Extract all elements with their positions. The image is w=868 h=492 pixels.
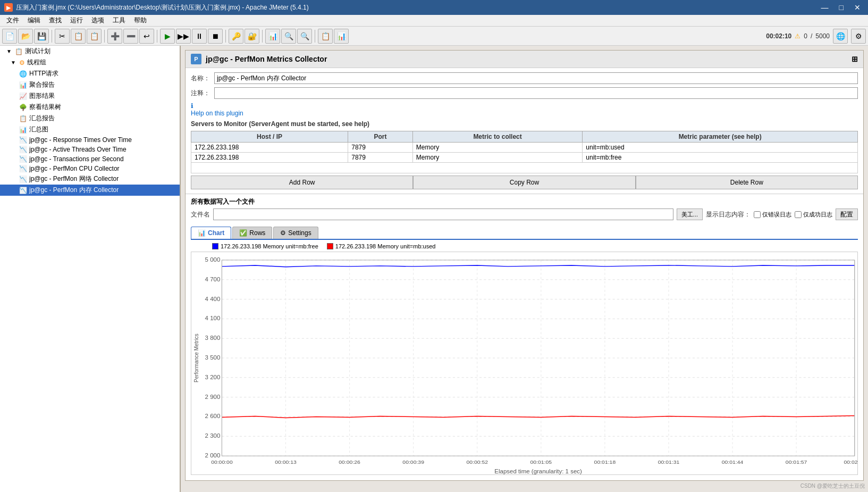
tree-item-perfmon-memory[interactable]: 📉 jp@gc - PerfMon 内存 Collector [0, 185, 180, 196]
table-row[interactable]: 172.26.233.198 7879 Memory unit=mb:free [191, 153, 858, 163]
tree-item-test-plan[interactable]: ▼ 📋 测试计划 [0, 46, 180, 57]
toolbar-extra-1[interactable]: 🌐 [833, 29, 848, 44]
tree-item-active-threads[interactable]: 📉 jp@gc - Active Threads Over Time [0, 145, 180, 154]
minimize-button[interactable]: — [818, 3, 832, 12]
toolbar-paste[interactable]: 📋 [87, 29, 102, 44]
error-log-checkbox[interactable] [754, 211, 761, 218]
tab-settings[interactable]: ⚙ Settings [273, 227, 318, 239]
content-area: P jp@gc - PerfMon Metrics Collector ⊞ 名称… [181, 46, 868, 492]
menu-search[interactable]: 查找 [45, 15, 66, 26]
legend-label-free: 172.26.233.198 Memory unit=mb:free [221, 243, 318, 249]
cell-host-1[interactable]: 172.26.233.198 [191, 143, 348, 153]
cell-port-1[interactable]: 7879 [348, 143, 413, 153]
toolbar-pause[interactable]: ⏸ [192, 29, 207, 44]
table-row[interactable]: 172.26.233.198 7879 Memory unit=mb:used [191, 143, 858, 153]
toolbar-add[interactable]: ➕ [107, 29, 122, 44]
help-link[interactable]: Help on this plugin [191, 110, 858, 117]
tree-label-view: 图形结果 [29, 91, 55, 101]
tree-toggle-thread[interactable]: ▼ [11, 60, 16, 65]
tree-item-summary-tree[interactable]: 🌳 察看结果树 [0, 102, 180, 113]
tree-label-network: jp@gc - PerfMon 网络 Collector [29, 174, 119, 184]
menu-edit[interactable]: 编辑 [23, 15, 45, 26]
tree-item-transactions[interactable]: 📉 jp@gc - Transactions per Second [0, 154, 180, 164]
file-name-input[interactable] [213, 209, 673, 220]
success-log-label: 仅成功日志 [803, 211, 832, 219]
toolbar-search[interactable]: 🔍 [297, 29, 312, 44]
toolbar-start-no-pause[interactable]: ▶▶ [176, 29, 191, 44]
toolbar-stop[interactable]: ⏹ [208, 29, 223, 44]
toolbar-new[interactable]: 📄 [2, 29, 17, 44]
menu-file[interactable]: 文件 [2, 15, 23, 26]
chart-svg: 5 000 4 700 4 400 4 100 [191, 252, 857, 474]
toolbar-remove[interactable]: ➖ [123, 29, 138, 44]
tree-icon-active: 📉 [19, 146, 27, 153]
tree-label-transactions: jp@gc - Transactions per Second [29, 155, 124, 163]
svg-rect-0 [191, 252, 857, 474]
servers-table: Host / IP Port Metric to collect Metric … [191, 131, 858, 173]
toolbar-start[interactable]: ▶ [160, 29, 175, 44]
menu-options[interactable]: 选项 [87, 15, 108, 26]
browse-button[interactable]: 美工... [677, 209, 703, 220]
error-log-checkbox-label[interactable]: 仅错误日志 [754, 211, 791, 219]
tree-item-thread-group[interactable]: ▼ ⚙ 线程组 [0, 57, 180, 68]
toolbar-sep-4 [225, 30, 226, 43]
copy-row-button[interactable]: Copy Row [413, 176, 635, 189]
config-button[interactable]: 配置 [836, 209, 858, 220]
tab-chart[interactable]: 📊 Chart [191, 227, 231, 239]
tab-settings-label: Settings [288, 229, 311, 237]
toolbar-report[interactable]: 📊 [265, 29, 280, 44]
cell-host-2[interactable]: 172.26.233.198 [191, 153, 348, 163]
name-label: 名称： [191, 74, 210, 83]
tree-icon-cpu: 📉 [19, 165, 27, 172]
tab-rows[interactable]: ✅ Rows [232, 227, 272, 239]
cell-param-1[interactable]: unit=mb:used [583, 143, 858, 153]
svg-text:00:01:05: 00:01:05 [530, 459, 552, 465]
delete-row-button[interactable]: Delete Row [636, 176, 858, 189]
toolbar-cut[interactable]: ✂ [55, 29, 70, 44]
comment-input[interactable] [214, 87, 858, 99]
toolbar-extra-2[interactable]: ⚙ [851, 29, 866, 44]
menu-bar: 文件 编辑 查找 运行 选项 工具 帮助 [0, 15, 868, 27]
tree-item-aggregate[interactable]: 📊 聚合报告 [0, 79, 180, 90]
toolbar-search-clear[interactable]: 🔍 [281, 29, 296, 44]
tree-label-summary-report: 汇总报告 [29, 114, 55, 123]
close-button[interactable]: ✕ [851, 3, 864, 12]
menu-help[interactable]: 帮助 [130, 15, 151, 26]
chart-tab-icon: 📊 [198, 229, 206, 237]
name-row: 名称： [191, 72, 858, 84]
toolbar-save[interactable]: 💾 [34, 29, 49, 44]
expand-icon[interactable]: ⊞ [852, 55, 858, 63]
toolbar-graph[interactable]: 📊 [334, 29, 349, 44]
tree-item-perfmon-network[interactable]: 📉 jp@gc - PerfMon 网络 Collector [0, 173, 180, 185]
toolbar-open[interactable]: 📂 [18, 29, 33, 44]
toolbar-copy[interactable]: 📋 [71, 29, 86, 44]
toolbar-table[interactable]: 📋 [318, 29, 333, 44]
add-row-button[interactable]: Add Row [191, 176, 413, 189]
maximize-button[interactable]: □ [836, 3, 847, 12]
cell-metric-1[interactable]: Memory [412, 143, 583, 153]
tree-item-http[interactable]: 🌐 HTTP请求 [0, 68, 180, 79]
svg-text:3 200: 3 200 [205, 374, 221, 380]
tree-item-response-times[interactable]: 📉 jp@gc - Response Times Over Time [0, 135, 180, 145]
success-log-checkbox-label[interactable]: 仅成功日志 [795, 211, 832, 219]
toolbar-status-area: 00:02:10 ⚠ 0 / 5000 🌐 ⚙ [766, 29, 866, 44]
svg-text:4 700: 4 700 [205, 276, 221, 282]
cell-port-2[interactable]: 7879 [348, 153, 413, 163]
menu-tools[interactable]: 工具 [108, 15, 130, 26]
menu-run[interactable]: 运行 [66, 15, 87, 26]
tree-icon-http: 🌐 [19, 70, 27, 78]
tree-toggle[interactable]: ▼ [6, 48, 12, 54]
toolbar-remote-stop[interactable]: 🔐 [245, 29, 259, 44]
tree-item-perfmon-cpu[interactable]: 📉 jp@gc - PerfMon CPU Collector [0, 164, 180, 173]
toolbar-undo[interactable]: ↩ [139, 29, 154, 44]
comment-row: 注释： [191, 87, 858, 99]
toolbar-remote-start[interactable]: 🔑 [229, 29, 243, 44]
cell-metric-2[interactable]: Memory [412, 153, 583, 163]
tree-item-view-results[interactable]: 📈 图形结果 [0, 90, 180, 102]
cell-param-2[interactable]: unit=mb:free [583, 153, 858, 163]
tree-item-summary-chart[interactable]: 📊 汇总图 [0, 124, 180, 135]
name-input[interactable] [214, 72, 858, 84]
tree-item-summary-report[interactable]: 📋 汇总报告 [0, 113, 180, 124]
svg-text:00:00:26: 00:00:26 [339, 459, 360, 465]
success-log-checkbox[interactable] [795, 211, 802, 218]
